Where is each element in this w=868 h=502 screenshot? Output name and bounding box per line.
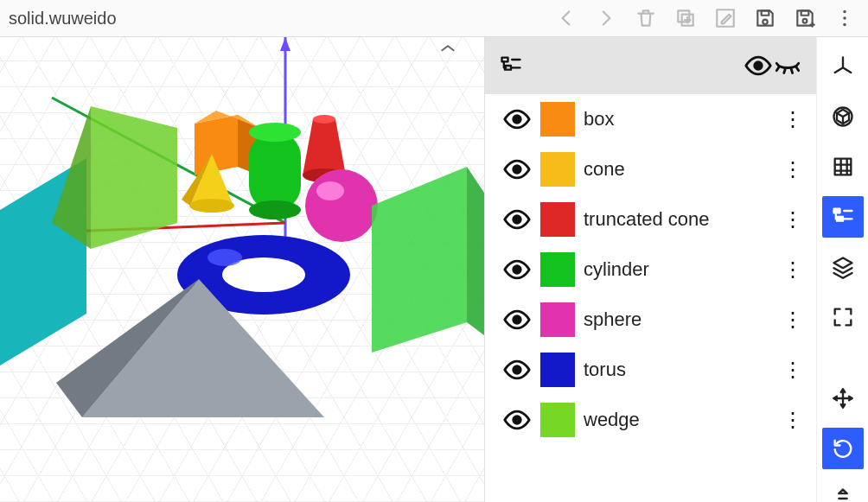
layer-more-button[interactable] (782, 157, 806, 181)
layers-stack-button[interactable] (822, 246, 864, 288)
layers-panel: boxconetruncated conecylinderspheretorus… (484, 37, 816, 502)
layer-color-swatch (540, 152, 575, 187)
layer-row[interactable]: truncated cone (485, 194, 816, 245)
fullscreen-button[interactable] (822, 296, 864, 338)
svg-point-9 (843, 23, 846, 26)
save-as-button[interactable] (787, 0, 823, 36)
layer-color-swatch (540, 102, 575, 137)
svg-marker-14 (0, 158, 86, 365)
svg-point-41 (755, 62, 763, 70)
svg-point-47 (514, 366, 521, 374)
layer-row[interactable]: torus (485, 345, 816, 395)
layer-name-label: cylinder (584, 258, 773, 281)
layer-visibility-toggle[interactable] (502, 205, 532, 234)
viewport-3d[interactable] (0, 37, 484, 502)
layer-visibility-toggle[interactable] (502, 355, 532, 384)
svg-point-30 (305, 169, 378, 242)
layer-more-button[interactable] (782, 408, 806, 432)
svg-point-48 (514, 416, 521, 424)
layer-more-button[interactable] (782, 107, 806, 131)
svg-point-45 (514, 266, 521, 274)
outline-tool-button[interactable] (822, 196, 864, 238)
hide-all-button[interactable] (773, 51, 802, 80)
svg-rect-39 (502, 58, 508, 62)
svg-marker-16 (91, 106, 177, 249)
svg-rect-24 (249, 132, 301, 210)
expand-vertical-button[interactable] (822, 478, 864, 502)
svg-point-26 (249, 200, 301, 219)
reset-view-button[interactable] (822, 428, 864, 469)
svg-marker-21 (190, 154, 233, 206)
duplicate-button[interactable] (667, 0, 704, 36)
svg-marker-17 (52, 106, 91, 249)
svg-point-25 (249, 123, 301, 142)
svg-point-44 (514, 216, 521, 224)
svg-point-23 (189, 199, 234, 213)
svg-point-34 (177, 235, 350, 315)
svg-marker-11 (280, 37, 290, 51)
layer-color-swatch (540, 353, 575, 387)
forward-button[interactable] (588, 0, 624, 36)
svg-point-43 (514, 166, 521, 174)
show-all-button[interactable] (744, 51, 773, 80)
svg-marker-20 (195, 111, 259, 128)
layer-color-swatch (540, 302, 575, 337)
svg-marker-32 (372, 167, 467, 353)
layer-row[interactable]: wedge (485, 395, 816, 445)
back-button[interactable] (548, 0, 584, 36)
move-tool-button[interactable] (822, 378, 864, 419)
svg-rect-3 (762, 10, 769, 15)
svg-marker-33 (467, 167, 484, 335)
svg-marker-27 (303, 119, 346, 175)
layer-more-button[interactable] (782, 358, 806, 382)
collapse-panel-button[interactable] (436, 41, 460, 56)
svg-point-42 (514, 116, 521, 124)
svg-point-46 (514, 316, 521, 324)
layer-name-label: cone (584, 158, 773, 181)
layer-row[interactable]: cylinder (485, 245, 816, 295)
svg-point-28 (313, 115, 335, 124)
svg-point-6 (803, 19, 807, 23)
layer-visibility-toggle[interactable] (502, 305, 532, 334)
delete-button[interactable] (628, 0, 664, 36)
layers-list: boxconetruncated conecylinderspheretorus… (485, 94, 816, 502)
menu-button[interactable] (827, 0, 863, 36)
layer-row[interactable]: cone (485, 144, 816, 194)
outline-icon (499, 54, 523, 78)
layer-visibility-toggle[interactable] (502, 105, 532, 134)
svg-marker-38 (56, 279, 199, 417)
layer-name-label: truncated cone (584, 208, 773, 231)
svg-rect-5 (801, 10, 809, 15)
layer-row[interactable]: sphere (485, 295, 816, 345)
layer-color-swatch (540, 252, 575, 287)
svg-point-29 (303, 168, 346, 182)
layer-more-button[interactable] (782, 308, 806, 332)
layer-visibility-toggle[interactable] (502, 155, 532, 184)
grid-button[interactable] (822, 146, 864, 187)
layer-color-swatch (540, 403, 575, 437)
svg-rect-50 (833, 209, 839, 213)
layer-row[interactable]: box (485, 94, 816, 144)
view-cube-button[interactable] (822, 96, 864, 137)
layer-more-button[interactable] (782, 207, 806, 232)
save-button[interactable] (747, 0, 783, 36)
svg-point-35 (222, 257, 305, 292)
svg-point-36 (207, 249, 242, 266)
document-title: solid.wuweido (5, 9, 117, 29)
svg-point-8 (843, 16, 846, 19)
layer-visibility-toggle[interactable] (502, 255, 532, 284)
layer-name-label: sphere (584, 308, 773, 331)
svg-line-12 (52, 98, 285, 223)
svg-marker-18 (195, 115, 238, 175)
svg-point-7 (843, 10, 846, 13)
layer-visibility-toggle[interactable] (502, 405, 532, 435)
svg-point-31 (316, 181, 344, 200)
axes-tool-button[interactable] (822, 46, 864, 87)
svg-marker-19 (238, 115, 259, 175)
edit-button[interactable] (707, 0, 744, 36)
top-toolbar: solid.wuweido (0, 0, 868, 37)
layer-name-label: box (584, 108, 773, 130)
svg-marker-22 (182, 154, 212, 206)
layer-more-button[interactable] (782, 257, 806, 282)
main-area: boxconetruncated conecylinderspheretorus… (0, 37, 868, 502)
